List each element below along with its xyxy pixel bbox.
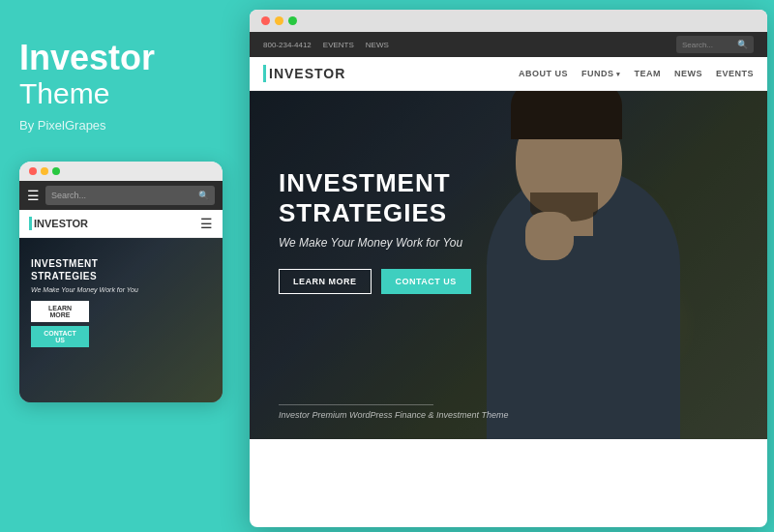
mobile-logo: INVESTOR xyxy=(29,217,88,230)
desktop-contact-us-button[interactable]: CONTACT US xyxy=(381,269,471,294)
desktop-nav-about[interactable]: ABOUT US xyxy=(519,69,568,78)
desktop-search-placeholder: Search... xyxy=(682,41,737,49)
desktop-dot-yellow xyxy=(275,16,283,25)
mobile-hero-content: INVESTMENT STRATEGIES We Make Your Money… xyxy=(31,257,138,347)
mobile-hero-subtitle: We Make Your Money Work for You xyxy=(31,286,138,293)
desktop-topbar-events[interactable]: EVENTS xyxy=(323,41,354,49)
desktop-nav-team[interactable]: TEAM xyxy=(634,69,661,78)
mobile-logo-text: INVESTOR xyxy=(34,218,88,229)
desktop-topbar-right: Search... 🔍 xyxy=(676,36,754,53)
desktop-nav: INVESTOR ABOUT US FUNDS TEAM NEWS EVENTS xyxy=(250,57,767,91)
desktop-phone-number: 800-234-4412 xyxy=(263,41,312,49)
mobile-search-text: Search... xyxy=(51,191,198,200)
desktop-hero: INVESTMENT STRATEGIES We Make Your Money… xyxy=(250,91,767,439)
left-panel: Investor Theme By PixelGrapes ☰ Search..… xyxy=(0,0,240,532)
desktop-search-icon: 🔍 xyxy=(737,40,748,49)
desktop-search-bar[interactable]: Search... 🔍 xyxy=(676,36,754,53)
mobile-hero-title: INVESTMENT STRATEGIES xyxy=(31,257,138,282)
desktop-nav-news[interactable]: NEWS xyxy=(674,69,702,78)
desktop-hero-content: INVESTMENT STRATEGIES We Make Your Money… xyxy=(279,168,471,294)
mobile-preview: ☰ Search... 🔍 INVESTOR ☰ INVESTMENT STRA… xyxy=(19,162,223,402)
theme-title-light: Theme xyxy=(19,77,221,110)
theme-author: By PixelGrapes xyxy=(19,118,221,133)
desktop-logo: INVESTOR xyxy=(263,65,345,82)
desktop-topbar-left: 800-234-4412 EVENTS NEWS xyxy=(263,41,389,49)
desktop-learn-more-button[interactable]: LEARN MORE xyxy=(279,269,372,294)
desktop-hero-title: INVESTMENT STRATEGIES xyxy=(279,168,471,228)
desktop-hero-subtitle: We Make Your Money Work for You xyxy=(279,236,471,250)
desktop-preview: 800-234-4412 EVENTS NEWS Search... 🔍 INV… xyxy=(250,10,767,527)
mobile-browser-bar xyxy=(19,162,223,181)
mobile-hero: INVESTMENT STRATEGIES We Make Your Money… xyxy=(19,238,223,402)
desktop-topbar-news[interactable]: NEWS xyxy=(366,41,389,49)
desktop-nav-events[interactable]: EVENTS xyxy=(716,69,754,78)
mobile-hero-title-line1: INVESTMENT xyxy=(31,258,98,269)
mobile-logo-bar xyxy=(29,217,32,230)
desktop-nav-funds[interactable]: FUNDS xyxy=(581,69,620,78)
desktop-nav-links: ABOUT US FUNDS TEAM NEWS EVENTS xyxy=(519,69,754,78)
mobile-contact-us-button[interactable]: CONTACT US xyxy=(31,326,89,347)
desktop-hero-tagline: Investor Premium WordPress Finance & Inv… xyxy=(279,410,509,420)
mobile-dot-green xyxy=(52,167,60,175)
mobile-topbar: ☰ Search... 🔍 xyxy=(19,181,223,210)
desktop-logo-bar xyxy=(263,65,266,82)
desktop-hero-title-line1: INVESTMENT xyxy=(279,168,451,197)
mobile-search-icon: 🔍 xyxy=(198,191,209,200)
desktop-browser-bar xyxy=(250,10,767,32)
mobile-nav: INVESTOR ☰ xyxy=(19,210,223,238)
mobile-menu-icon[interactable]: ☰ xyxy=(200,216,213,231)
desktop-hero-buttons: LEARN MORE CONTACT US xyxy=(279,269,471,294)
desktop-dot-red xyxy=(261,16,270,25)
desktop-topbar: 800-234-4412 EVENTS NEWS Search... 🔍 xyxy=(250,32,767,57)
desktop-hero-title-line2: STRATEGIES xyxy=(279,198,447,227)
mobile-dot-red xyxy=(29,167,37,175)
desktop-hero-divider-line xyxy=(279,404,433,405)
mobile-search-bar[interactable]: Search... 🔍 xyxy=(45,186,215,205)
mobile-hero-buttons: LEARN MORE CONTACT US xyxy=(31,301,138,347)
theme-title-bold: Investor xyxy=(19,39,221,77)
mobile-dot-yellow xyxy=(41,167,48,175)
desktop-dot-green xyxy=(288,16,297,25)
mobile-hero-title-line2: STRATEGIES xyxy=(31,271,97,281)
desktop-logo-text: INVESTOR xyxy=(269,66,345,81)
mobile-learn-more-button[interactable]: LEARN MORE xyxy=(31,301,89,322)
mobile-hamburger-icon[interactable]: ☰ xyxy=(27,188,40,203)
